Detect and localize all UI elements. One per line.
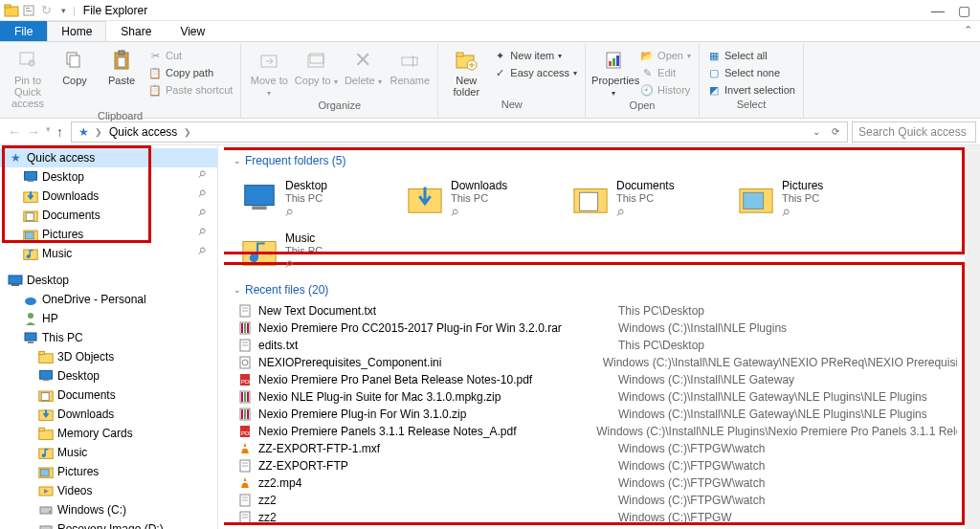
recent-file-row-7[interactable]: PDF Nexio Premiere Panels 3.1.1 Release … <box>237 423 957 440</box>
sidebar-item-quick-access[interactable]: ★ Quick access <box>0 148 217 167</box>
folder-card-2[interactable]: Documents This PC ⚲ <box>568 177 726 220</box>
onedrive-icon <box>23 292 38 307</box>
maximize-button[interactable]: ▢ <box>958 3 970 18</box>
tab-home[interactable]: Home <box>47 21 106 41</box>
copy-to-button[interactable]: Copy to ▾ <box>294 44 338 87</box>
sidebar-item-tpc-4[interactable]: Memory Cards <box>0 424 217 443</box>
recent-file-row-9[interactable]: ZZ-EXPORT-FTP Windows (C:)\FTPGW\watch <box>237 457 957 474</box>
easy-access-button[interactable]: ✓Easy access ▾ <box>491 65 579 80</box>
chevron-down-icon: ⌄ <box>234 156 241 165</box>
pdf-icon: PDF <box>237 372 253 387</box>
sidebar-item-tpc-8[interactable]: Windows (C:) <box>0 500 217 519</box>
folder-card-0[interactable]: Desktop This PC ⚲ <box>237 177 395 220</box>
collapse-ribbon-icon[interactable]: ⌃ <box>956 21 980 41</box>
frequent-folders-header[interactable]: ⌄ Frequent folders (5) <box>232 149 957 171</box>
breadcrumb[interactable]: Quick access <box>106 124 180 140</box>
recent-file-row-12[interactable]: zz2 Windows (C:)\FTPGW <box>237 509 957 526</box>
sidebar-item-desktop-2[interactable]: This PC <box>0 328 217 347</box>
sidebar-item-tpc-0[interactable]: 3D Objects <box>0 347 217 366</box>
delete-button[interactable]: ✕ Delete ▾ <box>341 44 385 87</box>
sidebar-item-tpc-5[interactable]: Music <box>0 443 217 462</box>
sidebar-item-tpc-1[interactable]: Desktop <box>0 366 217 386</box>
recent-file-row-11[interactable]: zz2 Windows (C:)\FTPGW\watch <box>237 492 957 509</box>
address-bar[interactable]: ★ ❯ Quick access ❯ ⌄ ⟳ <box>71 121 848 143</box>
rename-button[interactable]: Rename <box>388 44 432 86</box>
move-to-button[interactable]: Move to ▾ <box>247 44 291 99</box>
svg-rect-10 <box>119 51 124 55</box>
edit-button[interactable]: ✎Edit <box>638 65 693 80</box>
tab-file[interactable]: File <box>0 21 47 41</box>
sidebar-item-tpc-9[interactable]: Recovery Image (D:) <box>0 519 217 529</box>
svg-rect-24 <box>25 171 37 180</box>
recent-file-row-3[interactable]: NEXIOPrerequisites_Component.ini Windows… <box>237 354 957 371</box>
address-dropdown-icon[interactable]: ⌄ <box>809 126 824 137</box>
recent-locations-button[interactable]: ▾ <box>46 124 51 140</box>
paste-button[interactable]: Paste <box>100 44 144 86</box>
sidebar-item-label: 3D Objects <box>57 350 114 364</box>
sidebar-item-qa-0[interactable]: Desktop ⚲ <box>0 167 217 187</box>
sidebar-item-label: Recovery Image (D:) <box>57 522 164 529</box>
file-path: This PC\Desktop <box>618 339 704 352</box>
open-button[interactable]: 📂Open ▾ <box>638 48 693 63</box>
sidebar-item-tpc-6[interactable]: Pictures <box>0 462 217 481</box>
file-name: NEXIOPrerequisites_Component.ini <box>258 356 597 369</box>
select-all-button[interactable]: ▦Select all <box>705 48 797 63</box>
qat-dropdown-icon[interactable]: ▾ <box>56 3 71 18</box>
tab-share[interactable]: Share <box>106 21 166 41</box>
recent-file-row-6[interactable]: Nexio Premiere Plug-in For Win 3.1.0.zip… <box>237 406 957 423</box>
sidebar-item-tpc-3[interactable]: Downloads <box>0 405 217 424</box>
sidebar-item-qa-1[interactable]: Downloads ⚲ <box>0 187 217 206</box>
recent-file-row-4[interactable]: PDF Nexio Premiere Pro Panel Beta Releas… <box>237 371 957 388</box>
file-name: edits.txt <box>258 339 612 352</box>
folder-card-1[interactable]: Downloads This PC ⚲ <box>403 177 561 220</box>
select-all-icon: ▦ <box>707 49 721 62</box>
copy-button[interactable]: Copy <box>53 44 97 86</box>
minimize-button[interactable]: — <box>931 3 945 18</box>
tab-view[interactable]: View <box>166 21 219 41</box>
sidebar-item-desktop-root[interactable]: Desktop <box>0 271 217 290</box>
pin-icon: ⚲ <box>196 244 215 263</box>
new-item-button[interactable]: ✦New item ▾ <box>491 48 579 63</box>
select-none-button[interactable]: ▢Select none <box>705 65 797 80</box>
sidebar-item-tpc-7[interactable]: Videos <box>0 481 217 500</box>
cut-button[interactable]: ✂Cut <box>146 48 234 63</box>
history-button[interactable]: 🕘History <box>638 82 693 98</box>
recent-file-row-2[interactable]: edits.txt This PC\Desktop <box>237 337 957 354</box>
folder-card-4[interactable]: Music This PC ⚲ <box>237 230 395 273</box>
svg-rect-99 <box>243 447 247 449</box>
vertical-scrollbar[interactable] <box>965 145 980 529</box>
copy-path-button[interactable]: 📋Copy path <box>146 65 234 80</box>
search-input[interactable]: Search Quick access <box>852 121 976 143</box>
sidebar-item-qa-2[interactable]: Documents ⚲ <box>0 206 217 225</box>
properties-button[interactable]: Properties ▾ <box>591 44 635 99</box>
invert-selection-button[interactable]: ◩Invert selection <box>705 82 797 98</box>
recent-file-row-0[interactable]: New Text Document.txt This PC\Desktop <box>237 302 957 320</box>
file-name: zz2 <box>258 494 612 507</box>
up-button[interactable]: ↑ <box>56 124 63 140</box>
back-button[interactable]: ← <box>8 124 21 140</box>
file-path: Windows (C:)\Install\NLE Gateway\NEXIO P… <box>603 356 957 369</box>
recent-file-row-8[interactable]: ZZ-EXPORT-FTP-1.mxf Windows (C:)\FTPGW\w… <box>237 440 957 457</box>
recent-file-row-1[interactable]: Nexio Premiere Pro CC2015-2017 Plug-in F… <box>237 320 957 337</box>
recent-file-row-10[interactable]: zz2.mp4 Windows (C:)\FTPGW\watch <box>237 474 957 492</box>
sidebar-item-qa-4[interactable]: Music ⚲ <box>0 244 217 263</box>
sidebar-item-tpc-2[interactable]: Documents <box>0 386 217 405</box>
chevron-right-icon[interactable]: ❯ <box>95 127 102 137</box>
select-none-icon: ▢ <box>707 66 721 79</box>
sidebar-item-desktop-0[interactable]: OneDrive - Personal <box>0 290 217 309</box>
sidebar-item-desktop-1[interactable]: HP <box>0 309 217 328</box>
properties-icon[interactable] <box>21 3 36 18</box>
new-folder-button[interactable]: New folder <box>444 44 488 98</box>
sidebar-item-label: Videos <box>57 484 92 497</box>
sidebar-item-qa-3[interactable]: Pictures ⚲ <box>0 225 217 244</box>
folder-card-3[interactable]: Pictures This PC ⚲ <box>734 177 892 220</box>
recent-file-row-5[interactable]: Nexio NLE Plug-in Suite for Mac 3.1.0.mp… <box>237 388 957 406</box>
pin-to-quick-access-button[interactable]: Pin to Quick access <box>6 44 50 109</box>
refresh-button[interactable]: ⟳ <box>828 126 843 137</box>
paste-shortcut-button[interactable]: 📋Paste shortcut <box>146 82 234 98</box>
chevron-right-icon[interactable]: ❯ <box>184 127 191 137</box>
chevron-down-icon: ⌄ <box>234 285 241 295</box>
forward-button[interactable]: → <box>27 124 40 140</box>
svg-rect-33 <box>9 276 22 284</box>
recent-files-header[interactable]: ⌄ Recent files (20) <box>232 278 957 300</box>
